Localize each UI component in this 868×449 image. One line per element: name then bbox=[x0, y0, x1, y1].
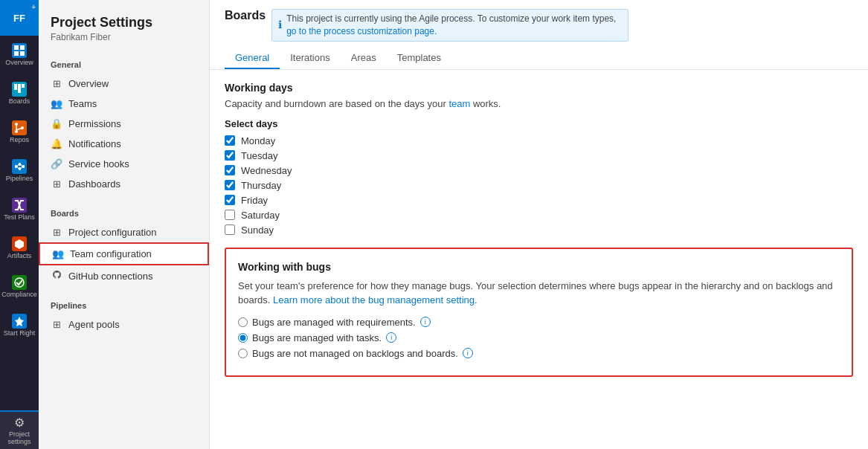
menu-item-notifications[interactable]: 🔔 Notifications bbox=[39, 134, 209, 154]
day-thursday: Thursday bbox=[225, 180, 853, 191]
bugs-tasks-label: Bugs are managed with tasks. bbox=[252, 332, 382, 343]
bugs-tasks-radio[interactable] bbox=[238, 333, 248, 343]
menu-item-permissions[interactable]: 🔒 Permissions bbox=[39, 114, 209, 134]
sidebar-item-pipelines[interactable]: Pipelines bbox=[0, 152, 39, 190]
notifications-menu-icon: 🔔 bbox=[51, 138, 62, 149]
menu-item-overview[interactable]: ⊞ Overview bbox=[39, 74, 209, 94]
tab-areas[interactable]: Areas bbox=[341, 48, 387, 69]
learn-more-link[interactable]: Learn more about the bug management sett… bbox=[273, 294, 478, 306]
overview-menu-icon: ⊞ bbox=[51, 78, 62, 89]
svg-line-18 bbox=[21, 164, 22, 167]
svg-marker-20 bbox=[15, 239, 24, 249]
page-title: Boards bbox=[225, 9, 266, 22]
svg-line-19 bbox=[21, 167, 22, 169]
day-wednesday: Wednesday bbox=[225, 165, 853, 176]
friday-label: Friday bbox=[241, 195, 268, 206]
menu-item-project-config[interactable]: ⊞ Project configuration bbox=[39, 222, 209, 242]
second-panel: Project Settings Fabrikam Fiber General … bbox=[39, 0, 210, 449]
bugs-requirements-label: Bugs are managed with requirements. bbox=[252, 317, 416, 328]
bugs-none-radio[interactable] bbox=[238, 349, 248, 358]
friday-checkbox[interactable] bbox=[225, 195, 235, 205]
artifacts-icon bbox=[12, 236, 27, 251]
svg-line-17 bbox=[17, 167, 19, 169]
sidebar-item-project-settings[interactable]: ⚙ Project settings bbox=[0, 410, 39, 449]
menu-item-teams[interactable]: 👥 Teams bbox=[39, 94, 209, 114]
menu-item-service-hooks-label: Service hooks bbox=[68, 158, 129, 169]
left-nav: FF + Overview Boards bbox=[0, 0, 39, 449]
wednesday-checkbox[interactable] bbox=[225, 165, 235, 175]
bugs-title: Working with bugs bbox=[238, 261, 840, 273]
boards-heading: Boards bbox=[39, 206, 209, 222]
sidebar-item-label-startright: Start Right bbox=[4, 330, 36, 337]
menu-item-notifications-label: Notifications bbox=[68, 138, 121, 149]
bugs-tasks-info[interactable]: i bbox=[386, 332, 396, 343]
sidebar-item-label-compliance: Compliance bbox=[1, 291, 37, 299]
day-saturday: Saturday bbox=[225, 210, 853, 221]
panel-header: Project Settings Fabrikam Fiber bbox=[39, 0, 209, 48]
svg-rect-15 bbox=[22, 165, 25, 168]
svg-rect-4 bbox=[14, 84, 17, 90]
boards-section: Boards ⊞ Project configuration 👥 Team co… bbox=[39, 197, 209, 289]
pipelines-heading: Pipelines bbox=[39, 298, 209, 314]
menu-item-agent-pools[interactable]: ⊞ Agent pools bbox=[39, 314, 209, 335]
sidebar-item-label-pipelines: Pipelines bbox=[6, 175, 33, 183]
menu-item-dashboards-label: Dashboards bbox=[68, 178, 120, 190]
menu-item-dashboards[interactable]: ⊞ Dashboards bbox=[39, 174, 209, 194]
menu-item-overview-label: Overview bbox=[68, 78, 109, 89]
sidebar-item-artifacts[interactable]: Artifacts bbox=[0, 229, 39, 268]
sidebar-item-testplans[interactable]: Test Plans bbox=[0, 190, 39, 229]
monday-label: Monday bbox=[241, 135, 275, 146]
panel-title: Project Settings bbox=[51, 15, 197, 30]
bugs-none-info[interactable]: i bbox=[463, 348, 473, 358]
svg-rect-2 bbox=[14, 51, 19, 56]
svg-rect-13 bbox=[19, 163, 21, 166]
saturday-checkbox[interactable] bbox=[225, 210, 235, 220]
repos-icon bbox=[12, 120, 27, 135]
monday-checkbox[interactable] bbox=[225, 135, 235, 146]
tab-general[interactable]: General bbox=[225, 48, 280, 69]
sidebar-item-startright[interactable]: Start Right bbox=[0, 306, 39, 345]
overview-icon bbox=[12, 43, 27, 58]
svg-rect-1 bbox=[20, 45, 25, 50]
general-section: General ⊞ Overview 👥 Teams 🔒 Permissions… bbox=[39, 48, 209, 197]
nav-items-container: Overview Boards Repos bbox=[0, 36, 39, 345]
menu-item-github[interactable]: GitHub connections bbox=[39, 265, 209, 286]
day-friday: Friday bbox=[225, 195, 853, 206]
process-customization-link[interactable]: go to the process customization page. bbox=[286, 26, 437, 36]
bugs-requirements-radio[interactable] bbox=[238, 317, 248, 327]
agent-pools-icon: ⊞ bbox=[51, 319, 62, 330]
bugs-desc: Set your team's preference for how they … bbox=[238, 279, 840, 308]
sunday-checkbox[interactable] bbox=[225, 224, 235, 235]
pipelines-section: Pipelines ⊞ Agent pools bbox=[39, 289, 209, 337]
sidebar-item-overview[interactable]: Overview bbox=[0, 36, 39, 74]
tab-templates[interactable]: Templates bbox=[387, 48, 451, 69]
menu-item-permissions-label: Permissions bbox=[68, 118, 121, 129]
sidebar-item-boards[interactable]: Boards bbox=[0, 74, 39, 113]
tab-iterations[interactable]: Iterations bbox=[280, 48, 340, 69]
svg-rect-12 bbox=[15, 165, 17, 168]
menu-item-agent-pools-label: Agent pools bbox=[68, 319, 120, 330]
compliance-icon bbox=[12, 275, 27, 290]
bugs-requirements-info[interactable]: i bbox=[420, 317, 431, 327]
org-initials: FF bbox=[13, 13, 25, 24]
boards-icon bbox=[12, 82, 27, 97]
org-avatar[interactable]: FF + bbox=[0, 0, 39, 36]
tuesday-checkbox[interactable] bbox=[225, 150, 235, 161]
day-monday: Monday bbox=[225, 135, 853, 146]
title-row: Boards ℹ This project is currently using… bbox=[225, 9, 853, 42]
sidebar-item-repos[interactable]: Repos bbox=[0, 113, 39, 152]
svg-point-7 bbox=[15, 123, 18, 126]
thursday-checkbox[interactable] bbox=[225, 180, 235, 190]
menu-item-service-hooks[interactable]: 🔗 Service hooks bbox=[39, 154, 209, 174]
github-icon bbox=[51, 270, 62, 282]
menu-item-teams-label: Teams bbox=[68, 98, 97, 109]
bugs-option-requirements: Bugs are managed with requirements. i bbox=[238, 317, 840, 328]
svg-rect-0 bbox=[14, 45, 19, 50]
svg-rect-14 bbox=[19, 167, 21, 170]
general-heading: General bbox=[39, 57, 209, 74]
menu-item-team-config[interactable]: 👥 Team configuration bbox=[39, 242, 209, 265]
thursday-label: Thursday bbox=[241, 180, 281, 191]
menu-item-team-config-label: Team configuration bbox=[70, 248, 152, 259]
saturday-label: Saturday bbox=[241, 210, 280, 221]
sidebar-item-compliance[interactable]: Compliance bbox=[0, 268, 39, 306]
